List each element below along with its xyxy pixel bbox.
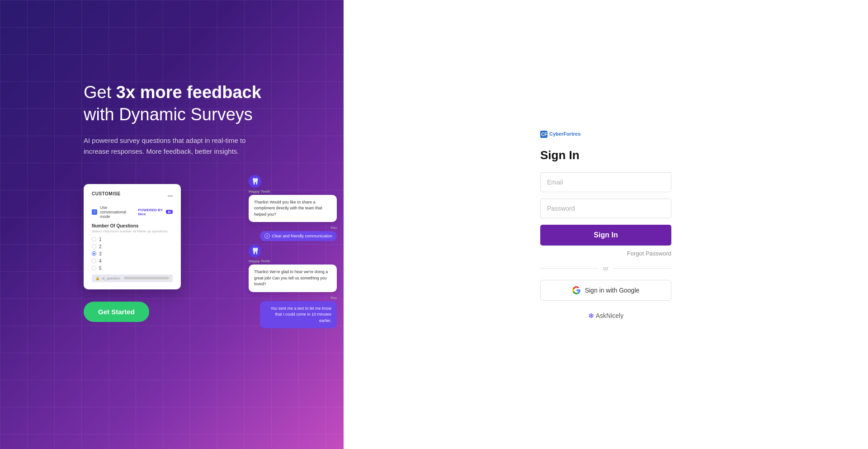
brand-avatar-1: 🦷 bbox=[249, 175, 261, 188]
more-icon: ••• bbox=[167, 193, 173, 199]
customise-title: CUSTOMISE bbox=[92, 191, 121, 196]
chat-container: 🦷 Happy Teeth Thanks! Would you like to … bbox=[249, 175, 337, 332]
radio-circle bbox=[92, 244, 96, 249]
google-button-label: Sign in with Google bbox=[585, 287, 640, 294]
radio-item-4: 4 bbox=[92, 259, 173, 264]
radio-item-2: 2 bbox=[92, 244, 173, 249]
sign-in-title: Sign In bbox=[540, 148, 671, 162]
chat-bubble-you: You sent me a text to let me know that I… bbox=[260, 301, 337, 329]
radio-circle bbox=[92, 237, 96, 241]
svg-text:CF: CF bbox=[541, 132, 547, 137]
chat-bubble-2: Thanks! We're glad to hear we're doing a… bbox=[249, 265, 337, 292]
get-started-button[interactable]: Get Started bbox=[84, 302, 149, 322]
mockup-container: CUSTOMISE ••• Use conversational mode PO… bbox=[84, 175, 337, 288]
customise-card: CUSTOMISE ••• Use conversational mode PO… bbox=[84, 184, 181, 289]
radio-item-1: 1 bbox=[92, 237, 173, 242]
google-icon bbox=[572, 286, 580, 294]
radio-circle-selected bbox=[92, 251, 96, 256]
sign-in-button[interactable]: Sign In bbox=[540, 225, 671, 246]
ask-nicely-label: AskNicely bbox=[596, 312, 623, 319]
divider-line-right bbox=[613, 268, 671, 269]
divider-line-left bbox=[540, 268, 599, 269]
powered-by: POWERED BY Nice bbox=[138, 208, 163, 216]
radio-item-5: 5 bbox=[92, 266, 173, 271]
right-panel: CF CyberFortress Sign In Sign In Forgot … bbox=[344, 0, 868, 449]
you-bubble-check: ✓ Clear and friendly communication bbox=[260, 231, 337, 241]
cyberfortress-logo: CF CyberFortress bbox=[540, 129, 581, 139]
password-input[interactable] bbox=[540, 199, 671, 218]
ai-badge: AI bbox=[166, 210, 173, 214]
svg-text:CyberFortress: CyberFortress bbox=[549, 131, 581, 137]
ask-nicely-footer: ❄ AskNicely bbox=[540, 312, 671, 320]
ask-nicely-logo: ❄ AskNicely bbox=[588, 312, 623, 320]
num-questions-title: Number Of Questions bbox=[92, 223, 173, 228]
ai-question-bar: 🔒 ai_question bbox=[92, 274, 173, 282]
radio-circle bbox=[92, 266, 96, 270]
chat-brand-label-2: Happy Teeth bbox=[249, 259, 337, 263]
conversational-label: Use conversational mode bbox=[100, 205, 134, 219]
hero-heading: Get 3x more feedback with Dynamic Survey… bbox=[84, 81, 344, 126]
divider: or bbox=[540, 265, 671, 272]
ask-nicely-icon: ❄ bbox=[588, 312, 594, 320]
hero-subtitle: AI powered survey questions that adapt i… bbox=[84, 135, 246, 157]
radio-list: 1 2 3 4 5 bbox=[92, 237, 173, 271]
email-input[interactable] bbox=[540, 172, 671, 192]
left-panel: Get 3x more feedback with Dynamic Survey… bbox=[0, 0, 344, 449]
brand-logo: CF CyberFortress bbox=[540, 129, 671, 139]
divider-text: or bbox=[603, 265, 609, 272]
sign-in-box: CF CyberFortress Sign In Sign In Forgot … bbox=[540, 129, 671, 320]
check-icon: ✓ bbox=[264, 233, 270, 239]
radio-circle bbox=[92, 259, 96, 263]
chat-you-label-1: You bbox=[249, 226, 337, 230]
radio-item-3: 3 bbox=[92, 251, 173, 256]
chat-bubble-1: Thanks! Would you like to share a compli… bbox=[249, 195, 337, 222]
checkbox-icon bbox=[92, 209, 97, 215]
brand-avatar-2: 🦷 bbox=[249, 245, 261, 257]
num-questions-sub: Select maximum number of follow up quest… bbox=[92, 229, 173, 233]
chat-brand-label-1: Happy Teeth bbox=[249, 189, 337, 194]
google-sign-in-button[interactable]: Sign in with Google bbox=[540, 280, 671, 301]
lock-icon: 🔒 bbox=[95, 276, 100, 280]
forgot-password-link[interactable]: Forgot Password bbox=[540, 250, 671, 257]
chat-you-label-2: You bbox=[249, 296, 337, 300]
